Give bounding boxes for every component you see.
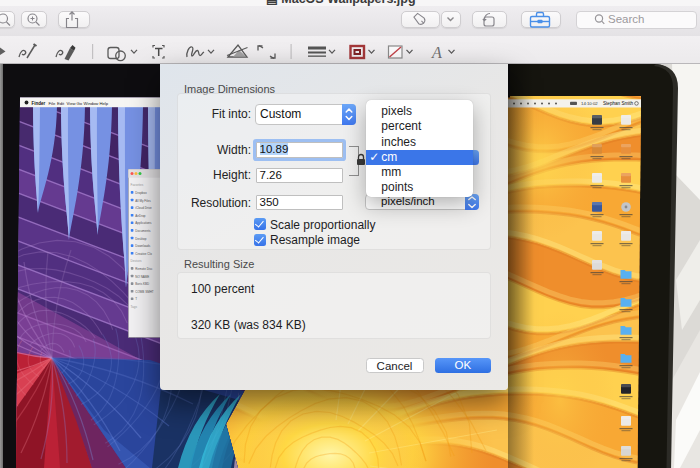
svg-text:Edit: Edit bbox=[57, 101, 65, 106]
svg-text:Go: Go bbox=[77, 101, 83, 106]
svg-text:Finder: Finder bbox=[32, 101, 46, 106]
svg-text:Dropbox: Dropbox bbox=[135, 191, 147, 195]
svg-text:Help: Help bbox=[100, 101, 109, 106]
svg-text:Remote Disc: Remote Disc bbox=[135, 267, 153, 271]
svg-text:COMB SMHT: COMB SMHT bbox=[135, 290, 154, 294]
svg-text:View: View bbox=[67, 101, 77, 106]
svg-text:Documents: Documents bbox=[135, 229, 151, 233]
svg-text:Downloads: Downloads bbox=[135, 244, 150, 248]
svg-text:A: A bbox=[431, 44, 442, 61]
svg-text:Boris KBD: Boris KBD bbox=[135, 282, 150, 286]
svg-text:File: File bbox=[49, 101, 56, 106]
svg-text:Search: Search bbox=[608, 13, 644, 25]
svg-text:14:10:02: 14:10:02 bbox=[581, 101, 598, 106]
svg-text:Desktop: Desktop bbox=[135, 237, 146, 241]
svg-text:NO NAME: NO NAME bbox=[135, 275, 149, 279]
svg-text:Devices: Devices bbox=[131, 259, 142, 263]
svg-text:All My Files: All My Files bbox=[135, 199, 151, 203]
svg-text:iCloud Drive: iCloud Drive bbox=[135, 206, 152, 210]
svg-text:Window: Window bbox=[84, 101, 100, 106]
svg-text:Favorites: Favorites bbox=[131, 183, 144, 187]
svg-text:Stephan Smith: Stephan Smith bbox=[603, 101, 634, 106]
svg-text:AirDrop: AirDrop bbox=[135, 214, 146, 218]
svg-text:Applications: Applications bbox=[135, 221, 152, 225]
svg-text:T: T bbox=[135, 297, 137, 301]
svg-text:Creative Clo: Creative Clo bbox=[135, 252, 152, 256]
svg-text:Tags: Tags bbox=[131, 305, 138, 309]
